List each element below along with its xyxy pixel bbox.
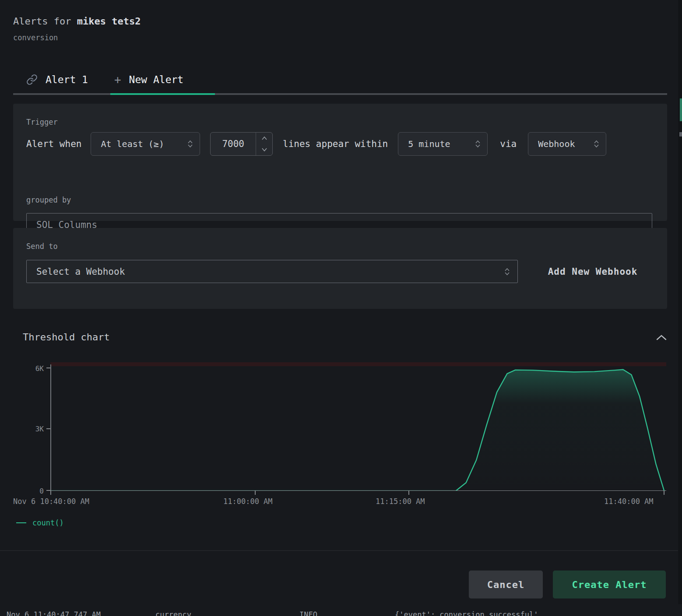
y-tick-mark xyxy=(46,490,50,491)
webhook-select[interactable]: Select a Webhook xyxy=(26,260,518,283)
y-tick-mark xyxy=(46,428,50,429)
trigger-panel: Trigger Alert when At least (≥) 7000 lin… xyxy=(13,104,667,221)
alert-tabs: Alert 1 + New Alert xyxy=(13,66,183,94)
page-title: Alerts for mikes tets2 xyxy=(13,16,141,27)
grouped-by-label: grouped by xyxy=(26,196,71,204)
x-tick-mark xyxy=(50,491,51,495)
chevron-up-icon xyxy=(656,334,667,341)
x-tick-mark xyxy=(255,491,256,495)
cancel-button[interactable]: Cancel xyxy=(469,570,543,598)
log-timestamp: Nov 6 11:40:47.747 AM xyxy=(7,610,101,616)
chart-legend: count() xyxy=(16,518,64,527)
x-axis xyxy=(50,490,666,491)
chevron-updown-icon xyxy=(475,140,480,147)
background-log-row: Nov 6 11:40:47.747 AM currency INFO {'ev… xyxy=(0,609,682,616)
threshold-chart-title: Threshold chart xyxy=(23,332,110,343)
log-level: INFO xyxy=(299,610,317,616)
alert-when-text: Alert when xyxy=(26,139,81,149)
x-tick-mark xyxy=(664,491,664,495)
create-alert-button[interactable]: Create Alert xyxy=(553,570,666,598)
number-spinner[interactable] xyxy=(256,133,272,155)
lines-appear-text: lines appear within xyxy=(283,139,388,149)
legend-line-swatch xyxy=(16,522,26,523)
x-tick-label-1: Nov 6 10:40:00 AM xyxy=(13,497,89,506)
y-tick-0: 0 xyxy=(23,487,44,495)
send-to-panel: Send to Select a Webhook Add New Webhook xyxy=(13,228,667,309)
spinner-down-icon[interactable] xyxy=(256,144,272,155)
scroll-indicator[interactable] xyxy=(680,98,682,121)
via-text: via xyxy=(500,139,517,149)
chevron-updown-icon xyxy=(188,140,193,147)
threshold-chart-plot xyxy=(50,362,666,491)
channel-select[interactable]: Webhook xyxy=(528,132,606,156)
y-tick-6k: 6K xyxy=(23,364,44,373)
page-subtitle: conversion xyxy=(13,33,58,42)
tab-new-alert[interactable]: + New Alert xyxy=(114,73,183,86)
trigger-row: Alert when At least (≥) 7000 lines appea… xyxy=(26,132,606,156)
x-tick-mark xyxy=(408,491,409,495)
x-tick-label-2: 11:00:00 AM xyxy=(223,497,273,506)
scrollbar-thumb[interactable] xyxy=(679,132,682,136)
comparator-select[interactable]: At least (≥) xyxy=(91,132,200,156)
background-right-strip xyxy=(678,0,682,604)
y-tick-mark xyxy=(46,368,50,368)
tab-new-alert-label: New Alert xyxy=(129,74,184,85)
link-icon xyxy=(26,74,38,85)
send-to-label: Send to xyxy=(26,242,58,251)
plus-icon: + xyxy=(114,73,121,86)
tab-alert-1-label: Alert 1 xyxy=(46,74,88,85)
tab-alert-1[interactable]: Alert 1 xyxy=(26,74,88,85)
y-tick-3k: 3K xyxy=(23,425,44,433)
spinner-up-icon[interactable] xyxy=(256,133,272,144)
x-tick-label-4: 11:40:00 AM xyxy=(604,497,654,506)
footer-divider xyxy=(0,550,682,551)
add-new-webhook-button[interactable]: Add New Webhook xyxy=(532,260,654,283)
interval-select[interactable]: 5 minute xyxy=(398,132,488,156)
log-message: {'event': conversion successful' xyxy=(395,610,538,616)
x-tick-label-3: 11:15:00 AM xyxy=(376,497,425,506)
trigger-label: Trigger xyxy=(26,118,58,126)
legend-count-label: count() xyxy=(32,518,64,527)
alert-modal: Alerts for mikes tets2 conversion Alert … xyxy=(0,0,678,604)
threshold-number-input[interactable]: 7000 xyxy=(210,132,273,156)
collapse-chart-button[interactable] xyxy=(654,332,669,344)
count-series-line xyxy=(50,362,666,491)
chevron-updown-icon xyxy=(594,140,599,147)
log-service: currency xyxy=(155,610,191,616)
source-name: mikes tets2 xyxy=(77,16,141,27)
chevron-updown-icon xyxy=(505,268,510,275)
active-tab-indicator xyxy=(110,93,215,95)
